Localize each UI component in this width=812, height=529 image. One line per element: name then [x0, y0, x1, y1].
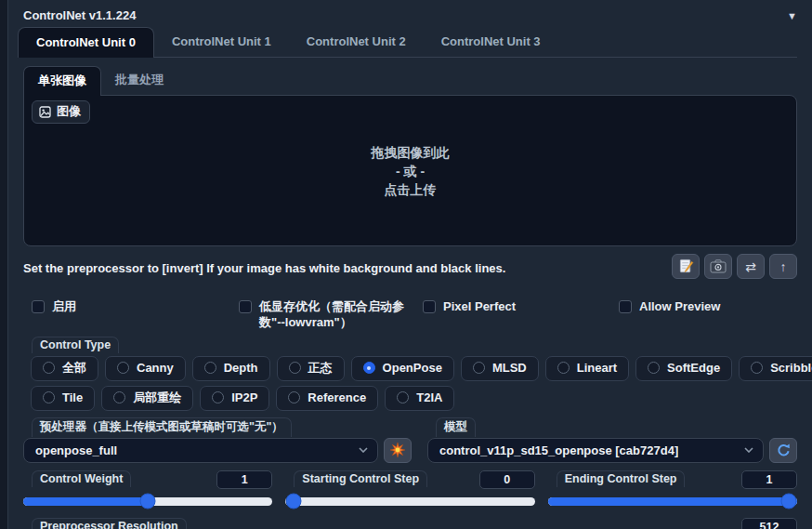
control-type-canny[interactable]: Canny [105, 356, 186, 381]
resolution-label: Preprocessor Resolution [32, 518, 187, 529]
checkbox-icon[interactable] [423, 300, 436, 313]
control-type-ip2p[interactable]: IP2P [200, 386, 269, 411]
mirror-webcam-button[interactable]: ⇄ [737, 254, 765, 279]
model-block: 模型 control_v11p_sd15_openpose [cab727d4] [427, 417, 797, 463]
new-canvas-button[interactable] [672, 254, 700, 279]
radio-icon [288, 391, 300, 403]
ending-step-input[interactable] [741, 470, 797, 489]
enable-checkbox[interactable]: 启用 [32, 299, 239, 331]
control-type-t2ia[interactable]: T2IA [385, 386, 454, 411]
webcam-button[interactable] [704, 254, 732, 279]
slider-thumb[interactable] [286, 494, 302, 509]
model-dropdown[interactable]: control_v11p_sd15_openpose [cab727d4] [427, 438, 764, 463]
resolution-input[interactable] [741, 518, 797, 529]
ending-step-slider[interactable] [548, 497, 797, 506]
control-type-openpose[interactable]: OpenPose [351, 356, 454, 381]
chip-label: Depth [224, 361, 258, 375]
radio-icon [117, 362, 129, 374]
step-sliders-row: Control Weight Starting Control Step [23, 470, 797, 506]
chip-label: OpenPose [383, 361, 442, 375]
tab-single-image[interactable]: 单张图像 [23, 66, 101, 96]
control-type-scribble[interactable]: Scribble [739, 356, 812, 381]
controlnet-panel: ControlNet v1.1.224 ▼ ControlNet Unit 0 … [7, 0, 812, 529]
chip-label: MLSD [492, 361, 527, 375]
drop-hint-line1: 拖拽图像到此 [24, 142, 796, 161]
radio-selected-icon [363, 362, 375, 374]
radio-icon [43, 391, 55, 403]
image-icon [39, 106, 51, 118]
control-type-normal[interactable]: 正态 [277, 356, 345, 381]
tab-batch[interactable]: 批量处理 [101, 66, 177, 96]
control-weight-input[interactable] [216, 470, 272, 489]
control-weight-block: Control Weight [23, 470, 272, 506]
collapse-arrow-icon[interactable]: ▼ [787, 10, 797, 21]
control-type-all[interactable]: 全部 [31, 356, 98, 381]
image-dropzone[interactable]: 图像 拖拽图像到此 - 或 - 点击上传 [23, 95, 797, 246]
resolution-block: Preprocessor Resolution [23, 518, 797, 529]
chip-label: SoftEdge [667, 361, 720, 375]
tab-controlnet-unit-1[interactable]: ControlNet Unit 1 [154, 27, 289, 57]
tab-panel: 单张图像 批量处理 图像 拖拽图像到此 - 或 - 点击上传 Set the p… [8, 58, 812, 529]
checkbox-icon[interactable] [32, 300, 45, 313]
slider-thumb[interactable] [140, 494, 156, 509]
preprocessor-label: 预处理器（直接上传模式图或草稿时可选"无"） [32, 417, 292, 437]
control-type-lineart[interactable]: Lineart [545, 356, 629, 381]
control-type-depth[interactable]: Depth [192, 356, 270, 381]
chip-label: Scribble [770, 361, 812, 375]
control-type-tile[interactable]: Tile [31, 386, 95, 411]
drop-hint-line3[interactable]: 点击上传 [24, 180, 796, 199]
starting-step-input[interactable] [479, 470, 535, 489]
control-weight-label: Control Weight [32, 470, 131, 487]
allow-preview-checkbox[interactable]: Allow Preview [619, 299, 720, 331]
control-weight-slider[interactable] [23, 497, 272, 506]
chip-label: Reference [308, 390, 366, 404]
radio-icon [289, 362, 301, 374]
chip-label: Tile [62, 390, 83, 404]
note-row: Set the preprocessor to [invert] If your… [23, 254, 797, 279]
control-type-inpaint[interactable]: 局部重绘 [101, 386, 193, 411]
starting-step-slider[interactable] [285, 497, 534, 506]
model-label: 模型 [436, 417, 476, 437]
invert-hint-text: Set the preprocessor to [invert] If your… [23, 254, 505, 275]
preprocessor-value: openpose_full [35, 443, 117, 457]
checkbox-icon[interactable] [239, 300, 252, 313]
chip-label: 局部重绘 [133, 390, 181, 406]
control-type-mlsd[interactable]: MLSD [461, 356, 539, 381]
camera-icon [710, 259, 727, 273]
chip-label: 正态 [308, 360, 333, 377]
image-tool-buttons: ⇄ ↑ [672, 254, 797, 279]
ending-step-label: Ending Control Step [557, 470, 686, 487]
tab-controlnet-unit-3[interactable]: ControlNet Unit 3 [424, 27, 558, 57]
drop-hint-line2: - 或 - [24, 161, 796, 179]
refresh-models-button[interactable] [769, 438, 797, 463]
chevron-down-icon [744, 447, 753, 453]
options-row: 启用 低显存优化（需配合启动参数"--lowvram"） Pixel Perfe… [23, 299, 797, 331]
radio-icon [113, 391, 125, 403]
preprocessor-dropdown[interactable]: openpose_full [23, 438, 378, 463]
control-type-label: Control Type [32, 337, 119, 353]
control-type-row-1: 全部 Canny Depth 正态 OpenPose MLSD Lineart … [23, 356, 797, 381]
send-dimensions-button[interactable]: ↑ [769, 254, 797, 279]
model-value: control_v11p_sd15_openpose [cab727d4] [439, 443, 678, 457]
lowvram-checkbox[interactable]: 低显存优化（需配合启动参数"--lowvram"） [239, 299, 423, 331]
chip-label: Canny [137, 361, 174, 375]
tab-controlnet-unit-2[interactable]: ControlNet Unit 2 [289, 27, 424, 57]
enable-label: 启用 [52, 299, 76, 315]
radio-icon [557, 362, 570, 374]
input-mode-tabs: 单张图像 批量处理 [23, 66, 797, 96]
accordion-title: ControlNet v1.1.224 [23, 8, 136, 22]
tab-controlnet-unit-0[interactable]: ControlNet Unit 0 [18, 27, 154, 58]
swap-arrows-icon: ⇄ [745, 259, 756, 274]
slider-thumb[interactable] [780, 494, 796, 509]
refresh-icon [776, 443, 792, 458]
upload-arrow-icon: ↑ [780, 259, 787, 274]
run-preprocessor-button[interactable] [384, 438, 412, 463]
checkbox-icon[interactable] [619, 300, 632, 313]
control-type-softedge[interactable]: SoftEdge [635, 356, 732, 381]
control-type-reference[interactable]: Reference [276, 386, 378, 411]
accordion-header[interactable]: ControlNet v1.1.224 ▼ [8, 0, 812, 27]
pixel-perfect-checkbox[interactable]: Pixel Perfect [423, 299, 619, 331]
explosion-icon [389, 442, 406, 458]
control-type-group: Control Type 全部 Canny Depth 正态 OpenPose … [23, 336, 797, 411]
preprocessor-model-row: 预处理器（直接上传模式图或草稿时可选"无"） openpose_full [23, 417, 797, 463]
